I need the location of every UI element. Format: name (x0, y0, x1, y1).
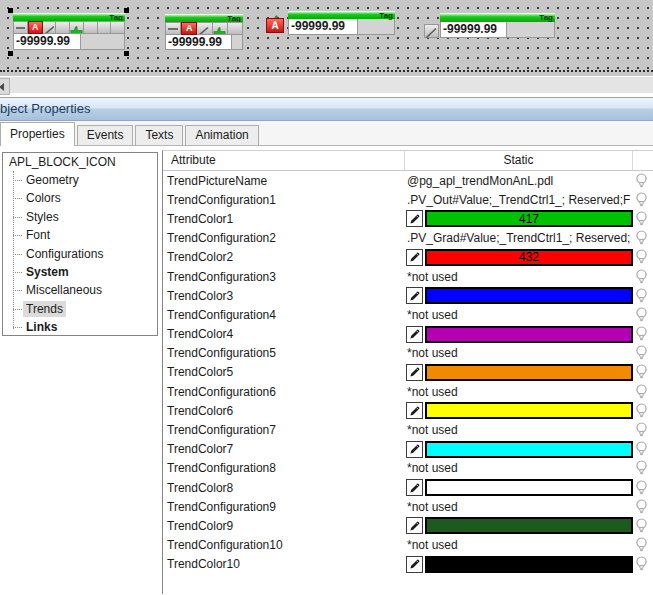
canvas-bottom-edge (0, 70, 653, 72)
tree-item-colors[interactable]: Colors (3, 189, 157, 207)
dynamics-bulb-icon[interactable] (635, 345, 648, 361)
attribute-row[interactable]: TrendPictureName@pg_apl_trendMonAnL.pdl (163, 171, 653, 190)
attribute-name: TrendConfiguration9 (163, 500, 405, 514)
color-swatch-bar[interactable] (425, 556, 633, 573)
color-swatch-bar[interactable] (425, 364, 633, 381)
attribute-row[interactable]: TrendConfiguration6*not used (163, 382, 653, 401)
design-canvas[interactable]: Tag A -99999.99 Tag (0, 0, 653, 76)
column-header-attribute[interactable]: Attribute (163, 151, 405, 170)
dynamics-bulb-icon[interactable] (635, 499, 648, 515)
dynamics-bulb-icon[interactable] (635, 230, 648, 246)
tree-item-configurations[interactable]: Configurations (3, 245, 157, 263)
dynamics-bulb-icon[interactable] (635, 480, 648, 496)
color-edit-button[interactable] (406, 479, 423, 496)
dynamics-bulb-icon[interactable] (635, 422, 648, 438)
color-edit-button[interactable] (406, 249, 423, 266)
dynamics-bulb-icon[interactable] (635, 556, 648, 572)
color-swatch-bar[interactable]: 432 (425, 249, 633, 266)
color-swatch-bar[interactable]: 417 (425, 210, 633, 227)
dynamics-bulb-icon[interactable] (635, 307, 648, 323)
dynamics-bulb-icon[interactable] (635, 537, 648, 553)
attribute-row[interactable]: TrendConfiguration4*not used (163, 305, 653, 324)
attribute-row[interactable]: TrendColor5 (163, 363, 653, 382)
dynamics-bulb-icon[interactable] (635, 460, 648, 476)
horizontal-scrollbar[interactable] (0, 76, 653, 93)
attribute-row[interactable]: TrendColor9 (163, 516, 653, 535)
color-edit-button[interactable] (406, 556, 423, 573)
attribute-name: TrendColor1 (163, 212, 405, 226)
color-edit-button[interactable] (406, 517, 423, 534)
attribute-row[interactable]: TrendColor7 (163, 440, 653, 459)
attribute-row[interactable]: TrendColor3 (163, 286, 653, 305)
tab-texts[interactable]: Texts (135, 125, 183, 145)
pen-icon (409, 558, 421, 570)
attribute-row[interactable]: TrendColor6 (163, 401, 653, 420)
color-edit-button[interactable] (406, 364, 423, 381)
color-swatch-bar[interactable] (425, 326, 633, 343)
block-icon-widget-2[interactable]: Tag A -99999.99 (165, 14, 243, 50)
attribute-row[interactable]: TrendConfiguration7*not used (163, 420, 653, 439)
dynamics-bulb-icon[interactable] (635, 173, 648, 189)
tree-item-font[interactable]: Font (3, 226, 157, 244)
tree-item-trends[interactable]: Trends (3, 300, 157, 318)
attribute-row[interactable]: TrendColor10 (163, 555, 653, 574)
column-header-static[interactable]: Static (405, 151, 633, 170)
dynamics-bulb-icon[interactable] (635, 249, 648, 265)
attribute-row[interactable]: TrendConfiguration9*not used (163, 497, 653, 516)
pen-icon (409, 251, 421, 263)
static-text-value: *not used (405, 385, 633, 399)
dynamics-bulb-icon[interactable] (635, 441, 648, 457)
tree-root-object[interactable]: APL_BLOCK_ICON (3, 153, 157, 171)
attribute-row[interactable]: TrendConfiguration10*not used (163, 536, 653, 555)
color-swatch-bar[interactable] (425, 402, 633, 419)
dynamics-bulb-icon[interactable] (635, 192, 648, 208)
tree-item-label: Styles (23, 209, 62, 225)
color-edit-button[interactable] (406, 287, 423, 304)
attribute-row[interactable]: TrendColor4 (163, 325, 653, 344)
static-color-value (405, 364, 633, 381)
selection-handle[interactable] (124, 51, 129, 56)
color-edit-button[interactable] (406, 402, 423, 419)
tree-item-miscellaneous[interactable]: Miscellaneous (3, 281, 157, 299)
diagonal-line-icon (424, 24, 439, 38)
attribute-row[interactable]: TrendConfiguration5*not used (163, 344, 653, 363)
attribute-row[interactable]: TrendConfiguration8*not used (163, 459, 653, 478)
dynamics-bulb-icon[interactable] (635, 364, 648, 380)
color-edit-button[interactable] (406, 326, 423, 343)
scroll-left-button[interactable] (0, 78, 10, 95)
attribute-row[interactable]: TrendColor8 (163, 478, 653, 497)
attribute-row[interactable]: TrendConfiguration1.PV_Out#Value;_TrendC… (163, 190, 653, 209)
color-edit-button[interactable] (406, 441, 423, 458)
dynamics-bulb-icon[interactable] (635, 211, 648, 227)
attribute-row[interactable]: TrendColor1417 (163, 209, 653, 228)
color-swatch-bar[interactable] (425, 479, 633, 496)
dynamics-cell (633, 422, 653, 438)
color-edit-button[interactable] (406, 210, 423, 227)
color-swatch-bar[interactable] (425, 287, 633, 304)
tab-animation[interactable]: Animation (185, 125, 258, 145)
attribute-row[interactable]: TrendConfiguration2.PV_Grad#Value;_Trend… (163, 229, 653, 248)
color-swatch-bar[interactable] (425, 441, 633, 458)
tab-events[interactable]: Events (77, 125, 134, 145)
tag-header-bar: Tag (440, 13, 555, 22)
dynamics-bulb-icon[interactable] (635, 518, 648, 534)
static-text: *not used (405, 538, 458, 552)
tree-item-styles[interactable]: Styles (3, 208, 157, 226)
tree-item-links[interactable]: Links (3, 318, 157, 336)
tree-item-system[interactable]: System (3, 263, 157, 281)
color-swatch-bar[interactable] (425, 517, 633, 534)
object-properties-titlebar[interactable]: Object Properties (0, 97, 653, 121)
dynamics-bulb-icon[interactable] (635, 288, 648, 304)
selection-handle[interactable] (8, 51, 13, 56)
tree-item-geometry[interactable]: Geometry (3, 171, 157, 189)
attribute-row[interactable]: TrendConfiguration3*not used (163, 267, 653, 286)
dynamics-bulb-icon[interactable] (635, 326, 648, 342)
attribute-row[interactable]: TrendColor2432 (163, 248, 653, 267)
attributes-table: Attribute Static TrendPictureName@pg_apl… (162, 150, 653, 594)
tab-properties[interactable]: Properties (0, 122, 75, 146)
dynamics-bulb-icon[interactable] (635, 384, 648, 400)
dynamics-bulb-icon[interactable] (635, 403, 648, 419)
block-icon-widget-1[interactable]: Tag A -99999.99 (13, 13, 125, 50)
dynamics-bulb-icon[interactable] (635, 269, 648, 285)
attribute-name: TrendColor8 (163, 481, 405, 495)
